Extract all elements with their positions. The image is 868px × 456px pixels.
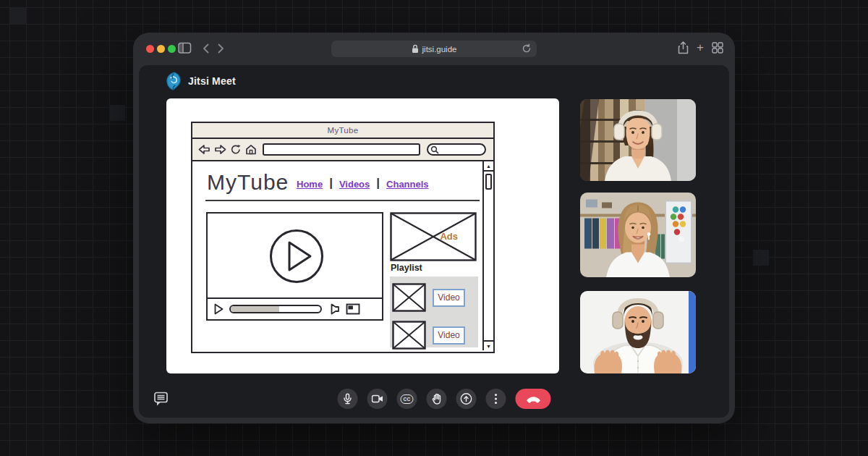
wf-nav-videos[interactable]: Videos: [339, 179, 370, 190]
microphone-icon: [342, 393, 354, 405]
lock-icon: [412, 44, 419, 54]
url-text: jitsi.guide: [422, 45, 457, 54]
address-bar[interactable]: jitsi.guide: [331, 41, 537, 57]
share-circle-icon: [460, 392, 473, 405]
participant-video-1[interactable]: [580, 99, 696, 181]
traffic-lights: [146, 45, 176, 53]
participant-video-2[interactable]: [580, 193, 696, 277]
closed-captions-icon: CC: [401, 394, 414, 404]
more-options-icon: [495, 393, 498, 405]
wf-thumbnail-placeholder-icon: [392, 283, 426, 312]
browser-window: jitsi.guide +: [133, 33, 735, 423]
participant-1-image: [580, 99, 696, 181]
jitsi-logo-icon: [165, 72, 182, 90]
wf-home-icon: [245, 144, 257, 155]
wf-play-button-icon[interactable]: [214, 303, 224, 315]
close-window-button[interactable]: [146, 45, 154, 53]
wf-address-bar: [263, 143, 420, 156]
share-page-icon[interactable]: [678, 41, 689, 54]
screenshare-stage[interactable]: MyTube: [166, 98, 559, 373]
wf-ads-box: Ads: [390, 212, 477, 261]
participant-3-image: [580, 291, 696, 373]
wf-playlist-item[interactable]: Video: [392, 283, 465, 312]
wf-site-logo: MyTube: [207, 170, 289, 195]
wf-playlist-label: Playlist: [391, 263, 422, 273]
participant-2-image: [580, 193, 696, 277]
wf-scroll-up-icon[interactable]: ▲: [484, 161, 493, 172]
wf-ads-label: Ads: [440, 231, 458, 242]
wf-thumbnail-placeholder-icon: [392, 321, 426, 350]
closed-captions-button[interactable]: CC: [397, 389, 417, 409]
minimize-window-button[interactable]: [157, 45, 165, 53]
chat-icon[interactable]: [153, 390, 170, 408]
wf-back-icon: [198, 144, 210, 155]
zoom-window-button[interactable]: [168, 45, 176, 53]
wf-scroll-thumb[interactable]: [485, 174, 492, 190]
wf-nav-home[interactable]: Home: [297, 179, 323, 190]
wf-nav-separator: |: [376, 176, 380, 190]
wf-forward-icon: [214, 144, 226, 155]
jitsi-brand: Jitsi Meet: [165, 72, 236, 90]
microphone-button[interactable]: [338, 389, 358, 409]
wf-volume-icon[interactable]: [328, 303, 340, 315]
reload-icon[interactable]: [522, 43, 532, 54]
wf-search-box: [427, 143, 486, 156]
wf-nav: Home | Videos | Channels: [297, 177, 429, 191]
brand-name: Jitsi Meet: [188, 75, 236, 87]
wf-scroll-down-icon[interactable]: ▼: [484, 340, 493, 350]
raise-hand-icon: [431, 393, 442, 405]
browser-titlebar: jitsi.guide +: [133, 33, 735, 65]
jitsi-app: Jitsi Meet MyTube: [139, 65, 729, 418]
wf-nav-separator: |: [329, 176, 333, 190]
wf-playlist: Video Video: [390, 276, 478, 347]
more-options-button[interactable]: [486, 389, 506, 409]
participant-video-3[interactable]: [580, 291, 696, 373]
wf-video-link[interactable]: Video: [433, 326, 465, 345]
wf-refresh-icon: [230, 144, 242, 155]
wireframe-toolbar: [192, 139, 493, 161]
camera-button[interactable]: [367, 389, 388, 409]
grid-accent-cell: [10, 8, 26, 24]
wireframe-title: MyTube: [192, 123, 493, 139]
wf-nav-channels[interactable]: Channels: [386, 179, 429, 190]
forward-icon[interactable]: [218, 43, 224, 54]
wireframe-page: MyTube Home | Videos | Channels: [192, 161, 493, 350]
wf-video-player: [206, 212, 383, 321]
hang-up-button[interactable]: [516, 389, 551, 409]
wf-play-icon[interactable]: [268, 228, 325, 284]
wf-scrollbar[interactable]: ▲ ▼: [482, 161, 493, 350]
tab-overview-icon[interactable]: [712, 42, 723, 54]
wf-playlist-item[interactable]: Video: [392, 321, 465, 350]
hang-up-icon: [525, 394, 541, 403]
sidebar-toggle-icon[interactable]: [178, 42, 192, 54]
wf-progress-bar[interactable]: [229, 305, 322, 313]
grid-accent-cell: [109, 105, 125, 121]
wf-video-link[interactable]: Video: [433, 289, 465, 307]
back-icon[interactable]: [203, 43, 209, 54]
wf-divider: [205, 200, 480, 201]
wf-ads-placeholder-icon: [390, 212, 477, 261]
camera-icon: [371, 394, 383, 404]
call-toolbar: CC: [338, 389, 551, 409]
new-tab-icon[interactable]: +: [697, 41, 704, 54]
wf-fullscreen-icon[interactable]: [346, 303, 360, 315]
wf-player-controls: [208, 297, 382, 319]
share-button[interactable]: [456, 389, 477, 409]
grid-accent-cell: [753, 250, 769, 266]
wf-search-icon: [430, 145, 439, 154]
wireframe-browser: MyTube: [191, 122, 495, 353]
raise-hand-button[interactable]: [427, 389, 447, 409]
